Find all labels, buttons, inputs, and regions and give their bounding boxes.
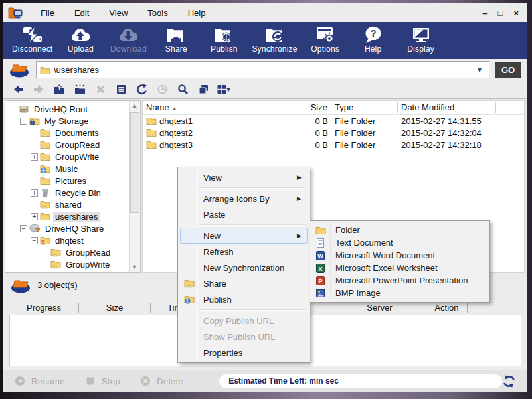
- tree-item-documents[interactable]: Documents: [5, 127, 140, 139]
- toolbar-synchronize-button[interactable]: Synchronize: [248, 25, 301, 54]
- toolbar-upload-button[interactable]: Upload: [56, 25, 104, 54]
- context-menu-copy-publish-url[interactable]: Copy Publish URL: [180, 313, 308, 329]
- toolbar-help-button[interactable]: ? Help: [349, 25, 397, 54]
- tree-expander-plus[interactable]: +: [31, 189, 38, 197]
- delete-transfer-button[interactable]: Delete: [140, 376, 183, 386]
- submenu-folder[interactable]: Folder: [310, 224, 489, 236]
- submenu-item-label: Text Document: [335, 238, 393, 248]
- tree-item-label: Pictures: [53, 176, 88, 186]
- toolbar-share-button[interactable]: Share: [152, 25, 200, 54]
- menu-edit[interactable]: Edit: [64, 8, 99, 18]
- context-menu-share[interactable]: Share: [180, 276, 308, 291]
- details-view-button[interactable]: [112, 82, 130, 97]
- views-dropdown-arrow-icon[interactable]: ▼: [226, 86, 232, 93]
- delete-button[interactable]: [92, 82, 109, 97]
- context-menu-view[interactable]: View ▶: [180, 169, 308, 185]
- column-header-size[interactable]: Size: [262, 102, 331, 113]
- scrollbar-thumb[interactable]: [130, 112, 139, 213]
- object-count: 3 object(s): [37, 280, 78, 290]
- back-button[interactable]: [9, 82, 27, 97]
- tree-item-groupread[interactable]: GroupRead: [5, 246, 140, 258]
- tree-item-usershares[interactable]: + usershares: [5, 210, 140, 222]
- refresh-button[interactable]: [133, 82, 150, 97]
- tree-expander-plus[interactable]: +: [31, 273, 38, 274]
- file-row-dhqtest1[interactable]: dhqtest1 0 B File Folder 2015-02-27 14:3…: [143, 115, 524, 127]
- submenu-text-document[interactable]: Text Document: [310, 236, 489, 249]
- tree-scrollbar[interactable]: ▲ ▼: [129, 101, 140, 272]
- toolbar-display-button[interactable]: Display: [397, 25, 445, 54]
- file-row-dhqtest3[interactable]: dhqtest3 0 B File Folder 2015-02-27 14:3…: [143, 139, 524, 151]
- menu-file[interactable]: File: [31, 8, 64, 18]
- tree-item-my-storage[interactable]: − My Storage: [5, 115, 140, 127]
- submenu-bmp-image[interactable]: BMP Image: [310, 287, 489, 299]
- tree-item-groupwrite[interactable]: GroupWrite: [5, 258, 140, 270]
- transfer-control-bar: Resume Stop Delete Estimated Time Left: …: [3, 370, 527, 392]
- tree-expander-minus[interactable]: −: [31, 237, 38, 244]
- context-menu-publish[interactable]: Publish: [180, 291, 308, 307]
- context-menu-arrange-icons-by[interactable]: Arrange Icons By ▶: [180, 191, 308, 206]
- menu-bar: FileEditViewToolsHelp – □ ×: [3, 3, 527, 22]
- details-view-icon: [116, 84, 127, 95]
- tree-item-groupread[interactable]: GroupRead: [5, 139, 140, 151]
- tree-item-shared[interactable]: shared: [5, 199, 140, 210]
- tree-expander-plus[interactable]: +: [31, 213, 38, 220]
- context-menu-show-publish-url[interactable]: Show Publish URL: [180, 329, 308, 345]
- cloud-folder-icon: [11, 278, 31, 293]
- resume-transfer-button[interactable]: Resume: [15, 376, 65, 386]
- tree-item-drivehq-root[interactable]: DriveHQ Root: [5, 103, 140, 115]
- submenu-microsoft-word-document[interactable]: W Microsoft Word Document: [310, 249, 489, 262]
- toolbar-options-button[interactable]: Options: [302, 25, 349, 54]
- tree-item-groupwrite[interactable]: + GroupWrite: [5, 151, 140, 163]
- file-row-dhqtest2[interactable]: dhqtest2 0 B File Folder 2015-02-27 14:3…: [143, 127, 524, 139]
- queue-column-server[interactable]: Server: [333, 303, 426, 313]
- dropdown-arrow-icon[interactable]: ▼: [470, 66, 489, 74]
- submenu-microsoft-excel-worksheet[interactable]: X Microsoft Excel Worksheet: [310, 262, 489, 274]
- close-button[interactable]: ×: [513, 8, 519, 18]
- tree-item-webmaster[interactable]: + webmaster: [5, 270, 140, 273]
- queue-column-progress[interactable]: Progress: [9, 303, 79, 313]
- minimize-button[interactable]: –: [482, 8, 487, 18]
- menu-view[interactable]: View: [99, 8, 137, 18]
- history-button[interactable]: [153, 82, 171, 97]
- queue-column-action[interactable]: Action: [426, 303, 468, 313]
- toolbar-download-button[interactable]: Download: [104, 25, 152, 54]
- toolbar-disconnect-button[interactable]: Disconnect: [8, 25, 56, 54]
- new-folder-button[interactable]: [71, 82, 88, 97]
- forward-button[interactable]: [30, 82, 47, 97]
- new-folder-icon: [74, 84, 86, 95]
- scroll-down-icon[interactable]: ▼: [130, 262, 140, 272]
- column-header-type[interactable]: Type: [331, 102, 398, 113]
- menu-tools[interactable]: Tools: [137, 8, 177, 18]
- tree-item-drivehq-share[interactable]: − DriveHQ Share: [5, 222, 140, 234]
- context-menu-paste[interactable]: Paste: [180, 206, 308, 222]
- tree-expander-minus[interactable]: −: [20, 225, 27, 232]
- go-button[interactable]: GO: [495, 62, 521, 78]
- context-menu-new[interactable]: New ▶: [180, 228, 308, 244]
- context-menu-new-synchronization[interactable]: New Synchronization: [180, 260, 308, 276]
- queue-column-size[interactable]: Size: [79, 303, 151, 313]
- column-header-date-modified[interactable]: Date Modified: [398, 102, 496, 113]
- tree-expander-plus[interactable]: +: [31, 153, 38, 161]
- copy-button[interactable]: [195, 82, 212, 97]
- refresh-queue-icon[interactable]: [502, 374, 516, 388]
- up-level-button[interactable]: [50, 82, 68, 97]
- tree-item-music[interactable]: Music: [5, 163, 140, 175]
- tree-item-recycle-bin[interactable]: + Recycle Bin: [5, 187, 140, 199]
- tree-expander-minus[interactable]: −: [20, 118, 27, 125]
- toolbar-publish-button[interactable]: Publish: [200, 25, 248, 54]
- scroll-up-icon[interactable]: ▲: [130, 101, 140, 111]
- context-menu-properties[interactable]: Properties: [180, 345, 308, 360]
- submenu-microsoft-powerpoint-presentation[interactable]: P Microsoft PowerPoint Presentation: [310, 274, 489, 287]
- tree-item-pictures[interactable]: Pictures: [5, 175, 140, 187]
- app-icon[interactable]: [8, 6, 23, 19]
- views-button[interactable]: ▼: [215, 82, 232, 97]
- context-menu-refresh[interactable]: Refresh: [180, 244, 308, 260]
- column-header-name[interactable]: Name▲: [143, 102, 262, 113]
- stop-transfer-button[interactable]: Stop: [85, 376, 120, 386]
- toolbar-button-label: Options: [311, 44, 339, 54]
- search-button[interactable]: [174, 82, 191, 97]
- menu-help[interactable]: Help: [178, 8, 216, 18]
- maximize-button[interactable]: □: [498, 8, 503, 18]
- address-combobox[interactable]: \usershares ▼: [36, 61, 489, 78]
- tree-item-dhqtest[interactable]: − dhqtest: [5, 234, 140, 246]
